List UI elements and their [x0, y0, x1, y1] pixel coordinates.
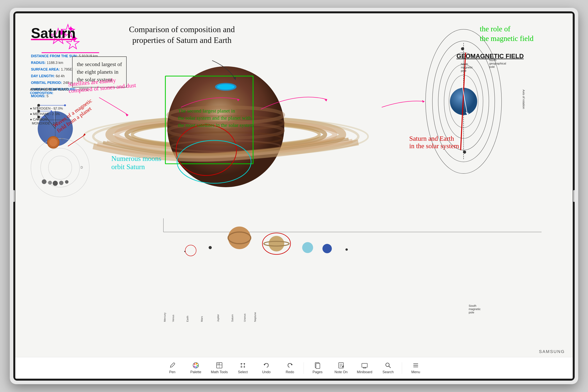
- svg-point-29: [53, 181, 58, 186]
- svg-point-57: [228, 226, 251, 249]
- saturn-title: Saturn: [31, 25, 76, 41]
- svg-point-40: [444, 64, 483, 138]
- left-handle: [13, 190, 15, 202]
- search-tool[interactable]: Search: [376, 359, 400, 377]
- svg-point-115: [386, 363, 389, 366]
- distance-label: DISTANCE FROM THE SUN:: [31, 54, 78, 58]
- second-largest-annotation: The second largest planet inthe solar sy…: [178, 108, 254, 129]
- note-on-icon: [338, 362, 344, 369]
- miniboard-tool[interactable]: Miniboard: [353, 359, 376, 377]
- surface-label: SURFACE AREA:: [31, 68, 60, 71]
- orbital-label: ORBITAL PERIOD:: [31, 81, 62, 85]
- toolbar: Pen Palette: [15, 357, 573, 379]
- svg-point-30: [59, 181, 64, 185]
- palette-icon: [192, 362, 199, 369]
- svg-point-95: [241, 363, 242, 364]
- menu-label: Menu: [411, 370, 420, 374]
- svg-point-64: [346, 248, 348, 251]
- radius-label: RADIUS:: [31, 61, 46, 65]
- svg-marker-45: [466, 112, 469, 115]
- atmo-title: ATMOSPHERE OF PLUTO: [30, 88, 68, 91]
- pages-tool[interactable]: Pages: [306, 359, 329, 377]
- svg-text:D: D: [80, 166, 83, 169]
- saturn-earth-annotation: Saturn and Earthin the solar system: [409, 135, 459, 150]
- undo-label: Undo: [262, 370, 270, 374]
- menu-tool[interactable]: Menu: [404, 359, 428, 377]
- svg-point-39: [426, 29, 502, 174]
- svg-point-11: [171, 141, 280, 152]
- axis-label: Axis of rotation: [522, 90, 526, 109]
- svg-point-36: [450, 88, 477, 115]
- redo-tool[interactable]: Redo: [278, 359, 302, 377]
- svg-rect-106: [316, 364, 320, 368]
- atmo-subtitle: COMPOSITION:: [30, 91, 68, 95]
- svg-point-22: [47, 136, 60, 148]
- content-area: D D: [15, 13, 573, 357]
- svg-marker-48: [233, 77, 236, 80]
- select-label: Select: [238, 370, 248, 374]
- search-label: Search: [382, 370, 394, 374]
- svg-marker-52: [422, 100, 424, 103]
- svg-point-56: [208, 246, 212, 249]
- svg-point-13: [217, 84, 234, 90]
- pen-tool[interactable]: Pen: [160, 359, 184, 377]
- miniboard-icon: [361, 362, 368, 369]
- svg-marker-49: [126, 114, 128, 116]
- svg-point-28: [48, 181, 52, 185]
- svg-point-47: [463, 150, 466, 154]
- redo-icon: [286, 362, 294, 369]
- svg-point-90: [194, 366, 195, 367]
- svg-text:D: D: [61, 138, 64, 141]
- svg-point-24: [50, 138, 57, 146]
- undo-tool[interactable]: Undo: [254, 359, 278, 377]
- menu-icon: [412, 362, 419, 369]
- role-title: the role ofthe magnetic field: [480, 24, 534, 44]
- svg-point-61: [262, 233, 290, 254]
- moons-annotation: Numerous moonsorbit Saturn: [111, 154, 161, 171]
- svg-point-62: [302, 242, 313, 253]
- note-on-tool[interactable]: Note On: [329, 359, 353, 377]
- svg-point-41: [449, 75, 478, 128]
- svg-point-20: [40, 148, 80, 187]
- note-on-label: Note On: [334, 370, 348, 374]
- select-tool[interactable]: Select: [231, 359, 254, 377]
- svg-text:f(x): f(x): [217, 363, 220, 365]
- north-magnetic-label: Northmagneticpole: [461, 62, 473, 72]
- svg-point-88: [196, 365, 198, 366]
- methane-item: ● METHANE - 2.5%: [30, 112, 68, 116]
- svg-point-10: [169, 132, 282, 145]
- svg-line-116: [389, 366, 391, 368]
- svg-point-60: [264, 241, 289, 246]
- screen: D D: [15, 13, 573, 379]
- svg-marker-51: [324, 99, 327, 101]
- svg-point-27: [42, 179, 46, 184]
- math-tools-icon: f(x): [216, 362, 223, 369]
- svg-point-55: [184, 251, 186, 252]
- svg-point-31: [65, 180, 68, 184]
- svg-point-97: [241, 366, 242, 368]
- planet-row-labels: Mercury Venus Earth Mars Jupiter: [163, 312, 256, 322]
- svg-point-87: [196, 363, 197, 364]
- svg-point-98: [244, 366, 245, 368]
- samsung-logo: SAMSUNG: [539, 349, 565, 354]
- svg-line-44: [462, 88, 468, 115]
- redo-label: Redo: [286, 370, 294, 374]
- palette-tool[interactable]: Palette: [184, 359, 208, 377]
- svg-marker-50: [237, 98, 240, 101]
- monitor-bezel: D D: [13, 11, 575, 381]
- svg-point-12: [215, 83, 236, 91]
- select-icon: [239, 362, 246, 369]
- svg-point-96: [244, 363, 245, 364]
- svg-line-32: [68, 134, 85, 146]
- svg-point-86: [194, 364, 196, 365]
- pages-label: Pages: [312, 370, 322, 374]
- svg-point-46: [461, 47, 464, 50]
- math-tools-tool[interactable]: f(x) Math Tools: [208, 359, 231, 377]
- day-value: 6d 4h: [56, 74, 65, 78]
- nitrogen-item: ● NITROGEN - 97.0%: [30, 106, 68, 110]
- svg-point-19: [31, 138, 90, 197]
- svg-point-23: [48, 137, 59, 148]
- undo-icon: [263, 362, 270, 369]
- toolbar-divider-1: [304, 362, 304, 374]
- svg-point-58: [228, 232, 251, 244]
